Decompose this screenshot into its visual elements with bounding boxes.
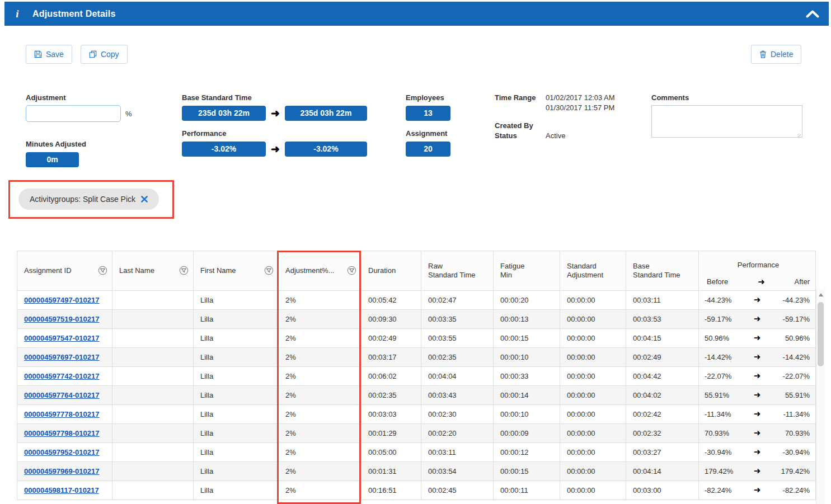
cell-base-standard-time: 00:03:27 [626, 442, 699, 461]
cell-first-name: Lilla [194, 290, 279, 309]
arrow-right-icon: ➜ [754, 409, 761, 419]
cell-performance: 50.96%➜50.96% [699, 328, 816, 347]
cell-fatigue-min: 00:00:13 [494, 309, 560, 328]
copy-button[interactable]: Copy [81, 45, 128, 64]
scroll-up-arrow-icon[interactable] [819, 293, 823, 296]
cell-performance: -14.42%➜-14.42% [699, 347, 816, 366]
assignment-id-link[interactable]: 000004597547-010217 [24, 334, 99, 342]
assignment-value-badge: 20 [406, 142, 450, 157]
cell-performance: -59.17%➜-59.17% [699, 309, 816, 328]
base-standard-time-values: 235d 03h 22m ➜ 235d 03h 22m [182, 106, 367, 121]
arrow-right-icon: ➜ [754, 352, 761, 362]
column-header-fatigue-min[interactable]: Fatigue Min [494, 251, 560, 291]
performance-before-value: 55.91% [705, 391, 729, 399]
chip-remove-icon[interactable] [141, 196, 148, 202]
column-header-last-name[interactable]: Last Name [112, 251, 194, 291]
cell-last-name [112, 347, 194, 366]
assignment-id-link[interactable]: 000004597519-010217 [24, 315, 99, 323]
performance-before-badge: -3.02% [182, 142, 266, 157]
assignment-id-link[interactable]: 000004598117-010217 [24, 486, 99, 494]
cell-duration: 00:03:17 [361, 347, 421, 366]
cell-assignment-id: 000004597778-010217 [17, 404, 112, 423]
cell-assignment-id: 000004597697-010217 [17, 347, 112, 366]
cell-performance: -30.94%➜-30.94% [699, 442, 816, 461]
cell-assignment-id: 000004597547-010217 [17, 328, 112, 347]
assignment-id-link[interactable]: 000004597778-010217 [24, 410, 99, 418]
filter-icon[interactable] [98, 266, 107, 275]
column-header-performance-before-after[interactable]: Before ➜ After [699, 277, 816, 291]
performance-after-value: -82.24% [783, 486, 810, 494]
column-header-first-name[interactable]: First Name [194, 251, 279, 291]
adjustment-details-page: i Adjustment Details Save Copy [0, 0, 831, 504]
minutes-adjusted-label: Minutes Adjusted [26, 140, 86, 148]
scrollbar-thumb[interactable] [818, 302, 824, 366]
textarea-resize-grip[interactable] [796, 132, 801, 137]
column-header-standard-adjustment[interactable]: Standard Adjustment [560, 251, 626, 291]
chevron-up-icon [805, 10, 820, 18]
adjustment-input[interactable] [26, 105, 121, 122]
cell-fatigue-min: 00:00:10 [494, 404, 560, 423]
filter-chip-activitygroups[interactable]: Activitygroups: Split Case Pick [18, 189, 159, 210]
assignment-id-link[interactable]: 000004597798-010217 [24, 429, 99, 437]
cell-first-name: Lilla [194, 423, 279, 442]
cell-adjustment: 2% [279, 481, 361, 500]
save-button[interactable]: Save [26, 45, 72, 64]
cell-raw-standard-time: 00:03:55 [421, 328, 494, 347]
cell-last-name [112, 309, 194, 328]
cell-raw-standard-time: 00:03:43 [421, 385, 494, 404]
table-row: 000004597497-010217Lilla2%00:05:4200:02:… [17, 290, 816, 309]
cell-assignment-id: 000004597742-010217 [17, 366, 112, 385]
cell-fatigue-min: 00:00:11 [494, 481, 560, 500]
cell-raw-standard-time: 00:03:54 [421, 461, 494, 481]
title-bar: i Adjustment Details [4, 2, 829, 26]
arrow-right-icon: ➜ [754, 314, 761, 324]
assignment-id-link[interactable]: 000004597497-010217 [24, 296, 99, 304]
cell-first-name: Lilla [194, 481, 279, 500]
cell-base-standard-time: 00:02:49 [626, 347, 699, 366]
table-scrollbar[interactable] [816, 289, 825, 504]
cell-last-name [112, 442, 194, 461]
arrow-right-icon: ➜ [754, 466, 761, 476]
cell-duration: 00:02:35 [361, 385, 421, 404]
performance-after-value: -30.94% [783, 448, 810, 456]
cell-first-name: Lilla [194, 347, 279, 366]
cell-fatigue-min: 00:00:14 [494, 385, 560, 404]
cell-first-name: Lilla [194, 385, 279, 404]
cell-base-standard-time: 00:03:00 [626, 481, 699, 500]
filter-icon[interactable] [179, 266, 189, 275]
delete-button[interactable]: Delete [751, 45, 801, 64]
assignment-id-link[interactable]: 000004597969-010217 [24, 467, 99, 475]
column-header-raw-standard-time[interactable]: Raw Standard Time [421, 251, 494, 291]
performance-after-badge: -3.02% [285, 142, 367, 157]
cell-base-standard-time: 00:04:15 [626, 328, 699, 347]
comments-textarea[interactable] [651, 105, 802, 138]
filter-icon[interactable] [347, 266, 356, 275]
assignment-id-link[interactable]: 000004597952-010217 [24, 448, 99, 456]
column-header-adjustment-pct[interactable]: Adjustment%... [279, 251, 361, 291]
column-header-assignment-id[interactable]: Assignment ID [17, 251, 112, 291]
assignment-id-link[interactable]: 000004597742-010217 [24, 372, 99, 380]
cell-standard-adjustment: 00:00:00 [560, 481, 626, 500]
filter-icon[interactable] [264, 266, 274, 275]
cell-duration: 00:03:03 [361, 404, 421, 423]
arrow-right-icon: ➜ [754, 333, 761, 343]
performance-before-value: -11.34% [705, 410, 731, 418]
assignment-id-link[interactable]: 000004597697-010217 [24, 353, 99, 361]
assignment-id-link[interactable]: 000004597764-010217 [24, 391, 99, 399]
collapse-panel-button[interactable] [805, 10, 820, 18]
performance-after-value: 55.91% [785, 391, 810, 399]
column-header-duration[interactable]: Duration [361, 251, 421, 291]
cell-raw-standard-time: 00:02:45 [421, 481, 494, 500]
cell-first-name: Lilla [194, 309, 279, 328]
cell-first-name: Lilla [194, 328, 279, 347]
cell-assignment-id: 000004597764-010217 [17, 385, 112, 404]
copy-icon [89, 50, 97, 58]
save-button-label: Save [46, 50, 64, 59]
performance-after-value: -44.23% [783, 296, 810, 304]
column-header-performance[interactable]: Performance [699, 251, 816, 277]
cell-standard-adjustment: 00:00:00 [560, 290, 626, 309]
base-standard-time-before-badge: 235d 03h 22m [182, 106, 266, 121]
cell-adjustment: 2% [279, 442, 361, 461]
column-header-base-standard-time[interactable]: Base Standard Time [626, 251, 699, 291]
base-standard-time-label: Base Standard Time [182, 93, 252, 102]
